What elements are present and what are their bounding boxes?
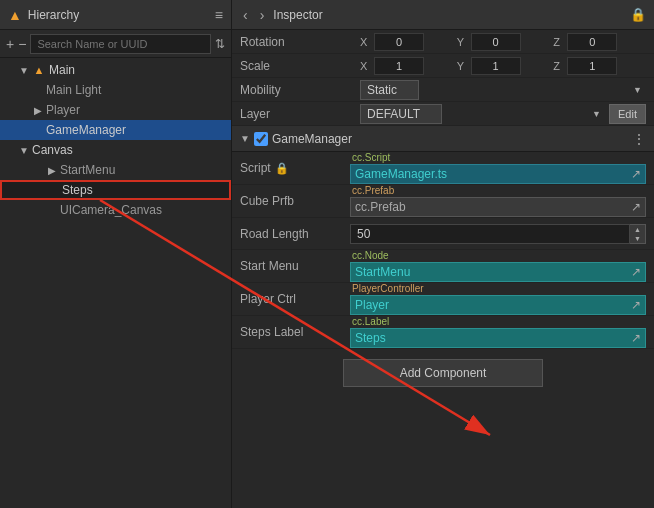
hierarchy-panel: ▲ Hierarchy ≡ + − ⇅ ▲ Main Main Light	[0, 0, 232, 508]
mobility-label: Mobility	[240, 83, 360, 97]
steps-label-value-text: Steps	[355, 331, 627, 345]
tree-item-main-light[interactable]: Main Light	[0, 80, 231, 100]
tree-item-gamemanager[interactable]: GameManager	[0, 120, 231, 140]
mobility-row: Mobility Static	[232, 78, 654, 102]
player-ctrl-label: Player Ctrl	[240, 292, 296, 306]
arrow-player	[32, 104, 44, 116]
gamemanager-section-header[interactable]: ▼ GameManager ⋮	[232, 126, 654, 152]
steps-label-value-wrap: cc.Label Steps ↗	[350, 316, 646, 348]
rotation-y-item: Y	[457, 33, 550, 51]
hierarchy-icon: ▲	[8, 7, 22, 23]
player-ctrl-value-row: Player ↗	[350, 295, 646, 315]
field-script: Script 🔒 cc.Script GameManager.ts ↗	[232, 152, 654, 185]
road-length-stepper: ▲ ▼	[630, 224, 646, 244]
layer-dropdown[interactable]: DEFAULT	[360, 104, 442, 124]
inspector-panel: ‹ › Inspector 🔒 Rotation X Y	[232, 0, 654, 508]
tree-item-main[interactable]: ▲ Main	[0, 60, 231, 80]
gamemanager-section-title: GameManager	[272, 132, 632, 146]
hierarchy-header: ▲ Hierarchy ≡	[0, 0, 231, 30]
start-menu-value-wrap: cc.Node StartMenu ↗	[350, 250, 646, 282]
mobility-dropdown[interactable]: Static	[360, 80, 419, 100]
gamemanager-checkbox[interactable]	[254, 132, 268, 146]
rotation-row: Rotation X Y Z	[232, 30, 654, 54]
forward-button[interactable]: ›	[257, 7, 268, 23]
cube-prfb-value-row: cc.Prefab ↗	[350, 197, 646, 217]
scale-y-item: Y	[457, 57, 550, 75]
minus-icon[interactable]: −	[18, 36, 26, 52]
cube-prfb-type-label: cc.Prefab	[350, 185, 646, 196]
rotation-x-input[interactable]	[374, 33, 424, 51]
rotation-z-input[interactable]	[567, 33, 617, 51]
label-canvas: Canvas	[32, 143, 73, 157]
start-menu-label-wrap: Start Menu	[240, 259, 350, 273]
back-button[interactable]: ‹	[240, 7, 251, 23]
sort-icon[interactable]: ⇅	[215, 37, 225, 51]
rotation-x-label: X	[360, 36, 372, 48]
hierarchy-title: Hierarchy	[28, 8, 209, 22]
cube-prfb-label: Cube Prfb	[240, 194, 294, 208]
lock-icon[interactable]: 🔒	[630, 7, 646, 22]
tree-item-steps[interactable]: Steps	[0, 180, 231, 200]
layer-label: Layer	[240, 107, 360, 121]
arrow-main	[18, 64, 30, 76]
start-menu-type-label: cc.Node	[350, 250, 646, 261]
player-ctrl-arrow-btn[interactable]: ↗	[631, 298, 641, 312]
script-value-row: GameManager.ts ↗	[350, 164, 646, 184]
rotation-x-item: X	[360, 33, 453, 51]
scale-x-item: X	[360, 57, 453, 75]
field-start-menu: Start Menu cc.Node StartMenu ↗	[232, 250, 654, 283]
script-type-label: cc.Script	[350, 152, 646, 163]
layer-row: Layer DEFAULT Edit	[232, 102, 654, 126]
start-menu-value-text: StartMenu	[355, 265, 627, 279]
player-ctrl-value-wrap: PlayerController Player ↗	[350, 283, 646, 315]
field-player-ctrl: Player Ctrl PlayerController Player ↗	[232, 283, 654, 316]
rotation-xyz: X Y Z	[360, 33, 646, 51]
inspector-title: Inspector	[273, 8, 624, 22]
add-component-button[interactable]: Add Component	[343, 359, 543, 387]
layer-edit-button[interactable]: Edit	[609, 104, 646, 124]
player-ctrl-type-label: PlayerController	[350, 283, 646, 294]
start-menu-value-row: StartMenu ↗	[350, 262, 646, 282]
add-icon[interactable]: +	[6, 36, 14, 52]
scale-x-label: X	[360, 60, 372, 72]
road-length-step-up[interactable]: ▲	[630, 225, 645, 234]
rotation-y-label: Y	[457, 36, 469, 48]
scale-label: Scale	[240, 59, 360, 73]
script-lock-icon: 🔒	[275, 162, 289, 175]
tree-item-player[interactable]: Player	[0, 100, 231, 120]
script-label-wrap: Script 🔒	[240, 161, 350, 175]
road-length-number-wrap: ▲ ▼	[350, 224, 646, 244]
tree-item-startmenu[interactable]: StartMenu	[0, 160, 231, 180]
cube-prfb-value-text: cc.Prefab	[355, 200, 627, 214]
script-label: Script	[240, 161, 271, 175]
steps-label-value-row: Steps ↗	[350, 328, 646, 348]
steps-label-arrow-btn[interactable]: ↗	[631, 331, 641, 345]
scale-row: Scale X Y Z	[232, 54, 654, 78]
script-value-text: GameManager.ts	[355, 167, 627, 181]
label-uicamera: UICamera_Canvas	[60, 203, 162, 217]
scale-y-input[interactable]	[471, 57, 521, 75]
road-length-step-down[interactable]: ▼	[630, 234, 645, 243]
field-cube-prfb: Cube Prfb cc.Prefab cc.Prefab ↗	[232, 185, 654, 218]
cube-prfb-label-wrap: Cube Prfb	[240, 194, 350, 208]
cube-prfb-arrow-btn[interactable]: ↗	[631, 200, 641, 214]
rotation-y-input[interactable]	[471, 33, 521, 51]
start-menu-arrow-btn[interactable]: ↗	[631, 265, 641, 279]
player-ctrl-label-wrap: Player Ctrl	[240, 292, 350, 306]
script-arrow-btn[interactable]: ↗	[631, 167, 641, 181]
search-input[interactable]	[30, 34, 211, 54]
steps-label-label: Steps Label	[240, 325, 303, 339]
road-length-input[interactable]	[350, 224, 630, 244]
label-startmenu: StartMenu	[60, 163, 115, 177]
arrow-startmenu	[46, 164, 58, 176]
field-steps-label: Steps Label cc.Label Steps ↗	[232, 316, 654, 349]
scale-x-input[interactable]	[374, 57, 424, 75]
gamemanager-menu-icon[interactable]: ⋮	[632, 131, 646, 147]
tree-item-canvas[interactable]: Canvas	[0, 140, 231, 160]
hierarchy-menu-icon[interactable]: ≡	[215, 7, 223, 23]
tree-item-uicamera[interactable]: UICamera_Canvas	[0, 200, 231, 220]
scale-z-input[interactable]	[567, 57, 617, 75]
label-player: Player	[46, 103, 80, 117]
player-ctrl-value-text: Player	[355, 298, 627, 312]
flame-icon-main: ▲	[32, 63, 46, 77]
